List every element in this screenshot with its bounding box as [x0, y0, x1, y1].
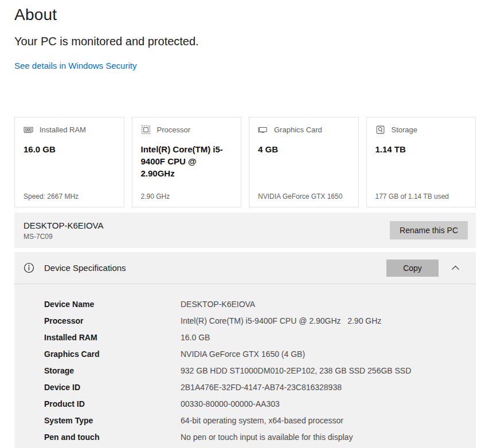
spec-label: System Type [44, 412, 181, 429]
gpu-icon [258, 125, 268, 135]
ram-footer: Speed: 2667 MHz [24, 192, 115, 201]
spec-value: 64-bit operating system, x64-based proce… [181, 412, 476, 429]
spec-value: DESKTOP-K6EIOVA [181, 296, 476, 313]
device-name: DESKTOP-K6EIOVA [24, 220, 104, 231]
spec-label: Storage [44, 363, 181, 379]
device-specifications-title: Device Specifications [44, 263, 386, 273]
storage-footer: 177 GB of 1.14 TB used [375, 192, 467, 201]
spec-row-product-id: Product ID 00330-80000-00000-AA303 [44, 396, 476, 412]
spec-row-device-id: Device ID 2B1A476E-32FD-4147-AB74-23C816… [44, 379, 476, 396]
card-label: Storage [392, 125, 418, 134]
processor-card: Processor Intel(R) Core(TM) i5-9400F CPU… [132, 117, 242, 207]
gpu-value: 4 GB [258, 143, 350, 155]
spec-label: Installed RAM [44, 329, 181, 346]
spec-row-device-name: Device Name DESKTOP-K6EIOVA [44, 296, 476, 313]
processor-value: Intel(R) Core(TM) i5-9400F CPU @ 2.90GHz [141, 143, 233, 179]
card-label: Installed RAM [40, 125, 86, 134]
card-label: Graphics Card [274, 125, 322, 134]
graphics-card-card: Graphics Card 4 GB NVIDIA GeForce GTX 16… [249, 117, 359, 207]
info-icon [24, 262, 34, 273]
spec-row-system-type: System Type 64-bit operating system, x64… [44, 412, 476, 429]
spec-value: 00330-80000-00000-AA303 [181, 396, 476, 412]
page-title: About [14, 3, 476, 26]
spec-row-pen-and-touch: Pen and touch No pen or touch input is a… [44, 429, 476, 446]
spec-label: Device ID [44, 379, 181, 396]
spec-label: Processor [44, 313, 181, 329]
about-page: About Your PC is monitored and protected… [0, 0, 489, 448]
device-model: MS-7C09 [24, 233, 104, 241]
chevron-up-icon[interactable] [444, 260, 467, 277]
device-name-block: DESKTOP-K6EIOVA MS-7C09 [24, 220, 104, 241]
ram-icon [24, 125, 33, 135]
installed-ram-card: Installed RAM 16.0 GB Speed: 2667 MHz [14, 117, 124, 207]
copy-button[interactable]: Copy [386, 260, 439, 277]
storage-value: 1.14 TB [375, 143, 467, 155]
spec-value: 932 GB HDD ST1000DM010-2EP102, 238 GB SS… [181, 363, 476, 379]
spec-row-storage: Storage 932 GB HDD ST1000DM010-2EP102, 2… [44, 363, 476, 379]
spec-label: Device Name [44, 296, 181, 313]
spec-label: Pen and touch [44, 429, 181, 446]
ram-value: 16.0 GB [24, 143, 115, 155]
processor-footer: 2.90 GHz [141, 192, 233, 201]
protection-status-text: Your PC is monitored and protected. [14, 34, 476, 49]
spec-value: 2B1A476E-32FD-4147-AB74-23C816328938 [181, 379, 476, 396]
spec-value: No pen or touch input is available for t… [181, 429, 476, 446]
spec-cards-row: Installed RAM 16.0 GB Speed: 2667 MHz Pr… [14, 117, 476, 207]
rename-pc-button[interactable]: Rename this PC [390, 221, 468, 239]
device-specifications-header[interactable]: Device Specifications Copy [14, 252, 476, 284]
spec-value: NVIDIA GeForce GTX 1650 (4 GB) [181, 346, 476, 363]
spec-label: Graphics Card [44, 346, 181, 363]
device-specifications-table: Device Name DESKTOP-K6EIOVA Processor In… [14, 284, 476, 448]
spec-row-processor: Processor Intel(R) Core(TM) i5-9400F CPU… [44, 313, 476, 329]
spec-value: 16.0 GB [181, 329, 476, 346]
spec-value: Intel(R) Core(TM) i5-9400F CPU @ 2.90GHz… [181, 313, 476, 329]
spec-row-installed-ram: Installed RAM 16.0 GB [44, 329, 476, 346]
gpu-footer: NVIDIA GeForce GTX 1650 [258, 192, 350, 201]
spec-label: Product ID [44, 396, 181, 412]
spec-row-graphics-card: Graphics Card NVIDIA GeForce GTX 1650 (4… [44, 346, 476, 363]
device-specifications-section: Device Specifications Copy Device Name D… [14, 252, 476, 448]
windows-security-link[interactable]: See details in Windows Security [14, 61, 136, 70]
card-label: Processor [157, 125, 191, 134]
device-name-row: DESKTOP-K6EIOVA MS-7C09 Rename this PC [14, 213, 476, 248]
storage-icon [375, 125, 385, 135]
processor-icon [141, 125, 151, 135]
storage-card: Storage 1.14 TB 177 GB of 1.14 TB used [366, 117, 476, 207]
